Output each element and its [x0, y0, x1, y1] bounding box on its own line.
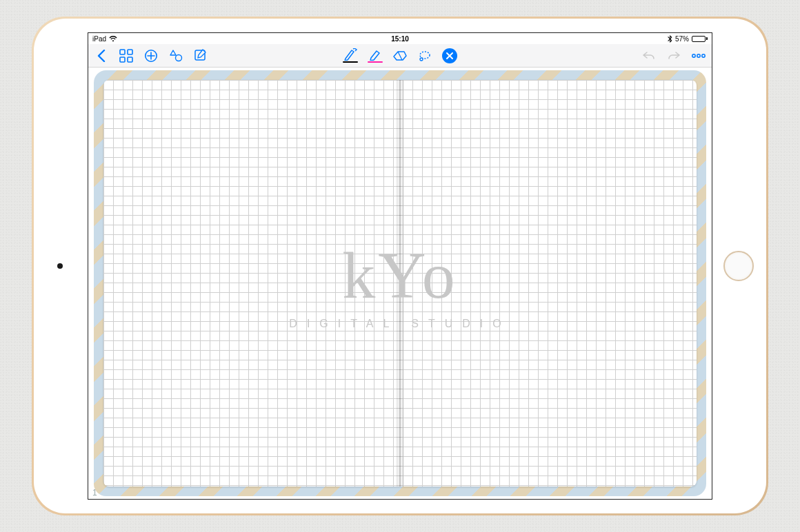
home-button[interactable]	[723, 251, 754, 281]
close-tool-button[interactable]	[442, 48, 457, 63]
ipad-outer-frame: iPad 15:10 57%	[32, 17, 768, 515]
shapes-button[interactable]	[168, 48, 183, 63]
svg-point-8	[420, 58, 423, 61]
svg-point-10	[697, 54, 700, 57]
battery-percent: 57%	[675, 35, 689, 43]
notebook-spine	[397, 80, 403, 487]
camera-dot	[57, 263, 63, 269]
battery-icon	[692, 36, 708, 42]
page-number: 1	[92, 488, 97, 498]
lasso-tool[interactable]	[417, 48, 432, 63]
highlighter-tool[interactable]	[368, 48, 383, 63]
document-canvas[interactable]: kYo DIGITAL STUDIO 1	[88, 68, 712, 499]
carrier-label: iPad	[92, 35, 106, 43]
highlighter-color-indicator	[368, 61, 383, 63]
back-button[interactable]	[94, 48, 109, 63]
svg-rect-3	[128, 57, 132, 62]
svg-point-11	[702, 54, 705, 57]
bluetooth-icon	[668, 35, 672, 43]
undo-button[interactable]	[641, 48, 657, 63]
svg-point-9	[692, 54, 695, 57]
app-toolbar	[88, 44, 712, 68]
notebook-pages[interactable]: kYo DIGITAL STUDIO	[103, 80, 697, 487]
pen-tool[interactable]	[343, 48, 358, 63]
more-button[interactable]	[691, 48, 706, 63]
edit-button[interactable]	[193, 48, 208, 63]
thumbnails-button[interactable]	[119, 48, 134, 63]
ipad-screen: iPad 15:10 57%	[88, 32, 712, 500]
svg-point-5	[176, 54, 182, 61]
svg-rect-1	[128, 50, 132, 54]
svg-rect-2	[120, 57, 125, 62]
ipad-body: iPad 15:10 57%	[34, 19, 766, 513]
status-bar: iPad 15:10 57%	[88, 33, 712, 44]
add-page-button[interactable]	[143, 48, 159, 63]
redo-button[interactable]	[666, 48, 681, 63]
clock: 15:10	[391, 35, 409, 43]
notebook-cover: kYo DIGITAL STUDIO	[94, 70, 706, 496]
pen-color-indicator	[343, 61, 358, 63]
svg-rect-0	[120, 50, 125, 54]
eraser-tool[interactable]	[392, 48, 408, 63]
wifi-icon	[109, 36, 117, 42]
